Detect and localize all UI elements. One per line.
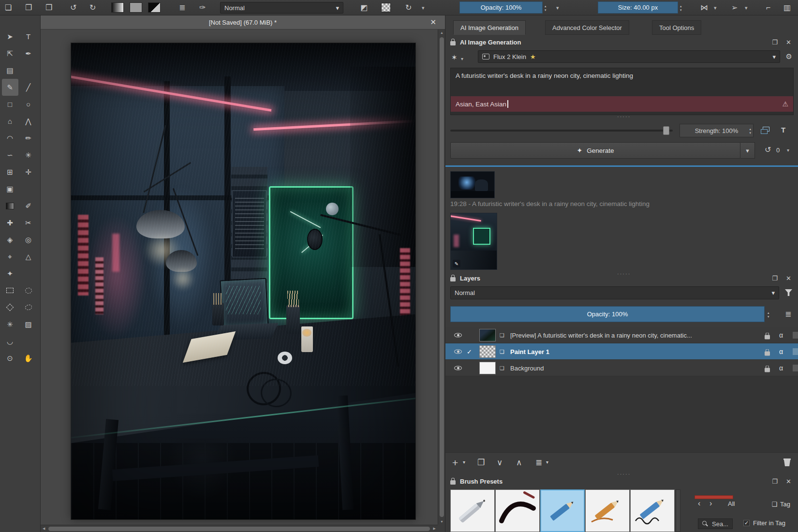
brush-preset-3[interactable] <box>540 489 585 532</box>
add-layer-button[interactable]: + <box>452 457 458 467</box>
favorite-star-icon[interactable]: ★ <box>530 53 536 60</box>
new-document-icon[interactable]: ❏ <box>5 4 12 12</box>
close-docker-icon[interactable]: ✕ <box>786 275 791 282</box>
prompt-resize-handle[interactable]: ····· <box>617 114 631 119</box>
float-docker-icon[interactable]: ❐ <box>772 478 778 485</box>
layer-lock-icon[interactable] <box>765 351 770 355</box>
polyline-tool[interactable]: ⋀ <box>20 113 37 130</box>
clipped-layer-icon[interactable] <box>793 348 798 355</box>
blend-mode-select[interactable]: Normal ▾ <box>220 2 343 14</box>
brush-preset-4[interactable] <box>585 489 630 532</box>
alpha-lock-icon[interactable]: α <box>779 364 783 372</box>
snap-settings-icon[interactable]: ⌐ <box>766 4 770 12</box>
opacity-spinner[interactable]: ▴ ▾ <box>545 4 547 11</box>
transform-tool[interactable]: ⊞ <box>2 163 18 180</box>
layer-blend-mode-select[interactable]: Normal ▾ <box>450 286 779 299</box>
strength-slider-track[interactable] <box>450 130 673 132</box>
docker-lock-icon[interactable] <box>450 277 456 281</box>
text-layer-icon[interactable]: T <box>781 126 785 134</box>
model-select[interactable]: Flux 2 Klein ★ ▾ <box>478 50 780 63</box>
color-sampler-tool[interactable]: ✐ <box>20 197 37 214</box>
layer-row-paint-layer-1[interactable]: ✓ ❏ Paint Layer 1 α <box>445 343 798 360</box>
scroll-left-icon[interactable]: ◀ <box>43 527 45 531</box>
workspace-chooser-icon[interactable]: ▥ <box>783 4 791 12</box>
wrap-around-icon[interactable]: ➢ <box>731 4 738 12</box>
tag-button[interactable]: ❑ Tag <box>771 498 790 510</box>
crop-tool[interactable]: ▣ <box>2 180 18 197</box>
chevron-down-icon[interactable]: ▾ <box>745 5 748 10</box>
preserve-alpha-icon[interactable] <box>381 3 391 12</box>
edit-brush-settings-icon[interactable]: ✑ <box>199 4 206 12</box>
opacity-slider[interactable]: Opacity: 100% <box>459 1 543 14</box>
chevron-down-icon[interactable]: ▾ <box>787 148 789 153</box>
line-tool[interactable]: ╱ <box>20 79 37 96</box>
close-document-icon[interactable]: ✕ <box>430 18 436 27</box>
delete-layer-button[interactable] <box>783 458 791 466</box>
enclose-fill-tool[interactable]: ◎ <box>20 231 37 248</box>
pattern-edit-tool[interactable]: ▤ <box>2 62 18 79</box>
tab-advanced-color-selector[interactable]: Advanced Color Selector <box>545 20 629 35</box>
docker-lock-icon[interactable] <box>450 41 456 45</box>
edit-shapes-tool[interactable]: ⇱ <box>2 45 18 62</box>
previous-tag-icon[interactable]: ‹ <box>698 499 700 508</box>
select-shapes-tool[interactable]: ➤ <box>2 28 18 45</box>
next-tag-icon[interactable]: › <box>709 499 712 508</box>
zoom-tool[interactable]: ⊙ <box>2 350 18 367</box>
rectangular-select-tool[interactable] <box>2 282 18 299</box>
bezier-curve-tool[interactable]: ◠ <box>2 130 18 147</box>
polygonal-select-tool[interactable] <box>2 299 18 316</box>
generate-button[interactable]: ✦ Generate <box>450 142 740 159</box>
chevron-down-icon[interactable]: ▾ <box>714 5 717 10</box>
text-tool[interactable]: T <box>20 28 37 45</box>
visibility-eye-icon[interactable] <box>454 332 462 338</box>
measure-tool[interactable]: △ <box>20 248 37 265</box>
history-icon[interactable]: ↺ <box>765 145 771 154</box>
assistants-tool[interactable]: ⌖ <box>2 248 18 265</box>
brush-preset-2[interactable] <box>495 489 540 532</box>
freehand-path-tool[interactable]: ✏ <box>20 130 37 147</box>
chevron-down-icon[interactable]: ▾ <box>546 460 548 465</box>
background-color-swatch[interactable] <box>148 2 161 13</box>
vscroll-thumb[interactable] <box>440 37 444 517</box>
visibility-eye-icon[interactable] <box>454 348 462 355</box>
layer-opacity-spinner[interactable]: ▴ ▾ <box>768 311 769 318</box>
scroll-down-icon[interactable]: ▼ <box>440 520 443 523</box>
scroll-up-icon[interactable]: ▲ <box>440 31 443 34</box>
redo-icon[interactable]: ↻ <box>89 4 96 12</box>
layer-row-background[interactable]: ❏ Background α <box>445 360 798 376</box>
move-layer-down-button[interactable]: ∨ <box>497 458 502 466</box>
brush-grid-scrollbar[interactable] <box>676 489 680 532</box>
brush-size-slider[interactable]: Size: 40.00 px <box>598 1 678 14</box>
magnetic-select-tool[interactable]: ▨ <box>20 316 37 333</box>
scroll-right-icon[interactable]: ▶ <box>433 527 436 531</box>
hscroll-thumb[interactable] <box>48 527 430 531</box>
undo-icon[interactable]: ↺ <box>70 4 76 12</box>
visibility-eye-icon[interactable] <box>454 365 462 371</box>
save-icon[interactable]: ❒ <box>45 4 52 12</box>
reload-preset-icon[interactable]: ↻ <box>405 4 412 12</box>
float-docker-icon[interactable]: ❐ <box>772 39 778 46</box>
brush-preset-1[interactable] <box>450 489 495 532</box>
rectangle-tool[interactable]: □ <box>2 96 18 113</box>
multibrush-tool[interactable]: ✳ <box>20 147 37 163</box>
clipped-layer-icon[interactable] <box>793 332 798 339</box>
pattern-swatch[interactable] <box>130 2 142 13</box>
layer-lock-icon[interactable] <box>765 335 770 339</box>
pan-tool[interactable]: ✋ <box>20 350 37 367</box>
brush-presets-icon[interactable]: ≣ <box>179 4 185 12</box>
layer-filter-icon[interactable] <box>785 289 792 296</box>
open-file-icon[interactable]: ❐ <box>25 4 32 12</box>
vertical-scrollbar[interactable]: ▲ ▼ <box>438 30 445 525</box>
gradient-swatch[interactable] <box>111 2 124 13</box>
negative-prompt-line[interactable]: Asian, East Asian ⚠ <box>451 96 793 112</box>
freehand-brush-tool[interactable]: ✎ <box>2 79 18 96</box>
prompt-textarea[interactable]: A futuristic writer's desk in a rainy ne… <box>450 68 794 115</box>
generate-options-button[interactable]: ▾ <box>740 142 755 159</box>
search-input[interactable]: Sea... <box>698 518 733 529</box>
alpha-lock-icon[interactable]: α <box>779 348 783 355</box>
style-wand-icon[interactable]: ✶ <box>451 53 458 62</box>
chevron-down-icon[interactable]: ▾ <box>463 460 465 465</box>
close-docker-icon[interactable]: ✕ <box>786 39 791 46</box>
move-layer-up-button[interactable]: ∧ <box>516 458 522 466</box>
calligraphy-tool[interactable]: ✒ <box>20 45 37 62</box>
